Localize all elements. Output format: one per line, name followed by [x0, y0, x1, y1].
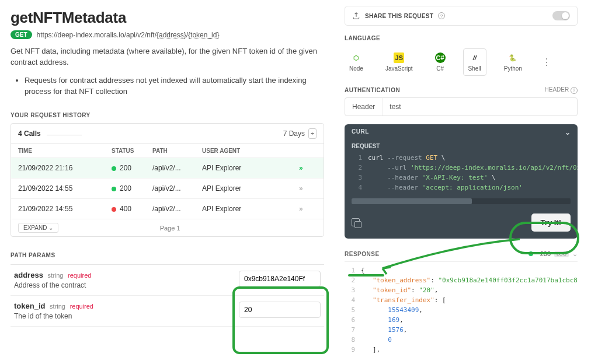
- history-range-stepper[interactable]: [308, 128, 317, 139]
- table-row[interactable]: 21/09/2022 21:16 200 /api/v2/... API Exp…: [11, 158, 324, 178]
- param-desc: The id of the token: [14, 312, 239, 320]
- share-label: SHARE THIS REQUEST: [365, 13, 433, 19]
- help-icon[interactable]: ?: [571, 87, 578, 94]
- chevron-down-icon[interactable]: ⌄: [572, 250, 578, 258]
- col-status: STATUS: [112, 148, 152, 154]
- history-range: 7 Days: [283, 130, 305, 138]
- param-tokenid: token_id string required The id of the t…: [11, 296, 324, 327]
- lang-label: Python: [504, 65, 522, 72]
- endpoint-base: https://deep-index.moralis.io/api/v2/nft…: [37, 31, 157, 39]
- chevron-right-icon[interactable]: »: [299, 184, 317, 192]
- share-icon: [352, 12, 360, 20]
- auth-mode: HEADER: [545, 86, 569, 93]
- log-badge: LOG: [554, 251, 569, 257]
- endpoint-param-address[interactable]: {address}: [157, 31, 186, 39]
- code-lang-label: CURL: [352, 128, 369, 136]
- path-params-label: PATH PARAMS: [11, 252, 324, 258]
- more-languages-icon[interactable]: ⋮: [542, 57, 551, 68]
- param-required: required: [68, 272, 91, 279]
- node-icon: ⬡: [351, 52, 361, 63]
- python-icon: 🐍: [507, 52, 518, 63]
- shell-icon: //: [470, 52, 480, 63]
- cell-useragent: API Explorer: [202, 164, 299, 172]
- cell-time: 21/09/2022 14:55: [18, 184, 112, 192]
- status-dot-icon: [529, 251, 533, 256]
- endpoint-note: Requests for contract addresses not yet …: [25, 75, 324, 97]
- response-label: RESPONSE: [345, 251, 380, 257]
- cell-path: /api/v2/...: [152, 164, 202, 172]
- lang-csharp[interactable]: C#C#: [430, 49, 450, 75]
- lang-python[interactable]: 🐍Python: [499, 49, 527, 75]
- cell-path: /api/v2/...: [152, 205, 202, 213]
- lang-label: Shell: [468, 65, 481, 72]
- cell-useragent: API Explorer: [202, 184, 299, 192]
- cell-time: 21/09/2022 14:55: [18, 205, 112, 213]
- horizontal-scrollbar[interactable]: [352, 198, 571, 204]
- lang-shell[interactable]: //Shell: [463, 48, 486, 76]
- code-body[interactable]: 1curl --request GET \ 2 --url 'https://d…: [345, 149, 578, 198]
- page-title: getNFTMetadata: [11, 9, 324, 27]
- chevron-right-icon[interactable]: »: [299, 205, 317, 213]
- endpoint-param-tokenid[interactable]: {token_id}: [188, 31, 219, 39]
- js-icon: JS: [394, 52, 404, 63]
- auth-label: AUTHENTICATION: [345, 87, 400, 93]
- param-required: required: [70, 303, 93, 310]
- table-row[interactable]: 21/09/2022 14:55 400 /api/v2/... API Exp…: [11, 199, 324, 219]
- help-icon[interactable]: ?: [438, 12, 445, 19]
- col-time: TIME: [18, 148, 112, 154]
- response-body[interactable]: 1{ 2 "token_address": "0x9cb918a2e140ff0…: [345, 262, 578, 355]
- lang-javascript[interactable]: JSJavaScript: [381, 49, 418, 75]
- cell-status: 400: [112, 205, 152, 213]
- cell-status: 200: [112, 184, 152, 192]
- share-request-box: SHARE THIS REQUEST ?: [345, 6, 578, 26]
- lang-label: Node: [349, 65, 363, 72]
- endpoint-url: https://deep-index.moralis.io/api/v2/nft…: [37, 31, 220, 39]
- code-request-label: REQUEST: [345, 141, 578, 149]
- page-label: Page 1: [160, 225, 180, 232]
- expand-button[interactable]: EXPAND ⌄: [18, 223, 58, 233]
- tokenid-input[interactable]: [239, 302, 321, 318]
- history-sparkline: [47, 135, 82, 135]
- cell-path: /api/v2/...: [152, 184, 202, 192]
- col-useragent: USER AGENT: [202, 148, 299, 154]
- lang-node[interactable]: ⬡Node: [345, 49, 368, 75]
- auth-key: Header: [345, 98, 383, 116]
- address-input[interactable]: [239, 271, 321, 287]
- cell-time: 21/09/2022 21:16: [18, 164, 112, 172]
- param-type: string: [48, 272, 64, 279]
- try-it-button[interactable]: Try It!: [531, 214, 571, 232]
- lang-label: C#: [436, 65, 444, 72]
- col-path: PATH: [152, 148, 202, 154]
- auth-input[interactable]: Header test: [345, 97, 578, 116]
- history-calls: 4 Calls: [18, 130, 41, 138]
- auth-value: test: [383, 98, 408, 116]
- cell-status: 200: [112, 164, 152, 172]
- param-desc: Address of the contract: [14, 281, 239, 289]
- code-sample: CURL⌄ REQUEST 1curl --request GET \ 2 --…: [345, 124, 578, 239]
- share-toggle[interactable]: [552, 11, 570, 20]
- csharp-icon: C#: [435, 52, 446, 63]
- endpoint-description: Get NFT data, including metadata (where …: [11, 46, 324, 68]
- language-label: LANGUAGE: [345, 35, 578, 41]
- chevron-down-icon[interactable]: ⌄: [565, 128, 571, 136]
- method-pill: GET: [11, 30, 32, 39]
- param-name: address: [14, 271, 43, 279]
- response-status: 200: [540, 250, 551, 257]
- cell-useragent: API Explorer: [202, 205, 299, 213]
- param-address: address string required Address of the c…: [11, 265, 324, 296]
- chevron-right-icon[interactable]: »: [299, 164, 317, 172]
- lang-label: JavaScript: [385, 65, 413, 72]
- history-label: YOUR REQUEST HISTORY: [11, 112, 324, 118]
- history-table: 4 Calls 7 Days TIME STATUS PATH USER AGE…: [11, 123, 324, 237]
- table-row[interactable]: 21/09/2022 14:55 200 /api/v2/... API Exp…: [11, 178, 324, 199]
- param-type: string: [50, 303, 65, 310]
- param-name: token_id: [14, 302, 45, 310]
- copy-icon[interactable]: [352, 218, 360, 226]
